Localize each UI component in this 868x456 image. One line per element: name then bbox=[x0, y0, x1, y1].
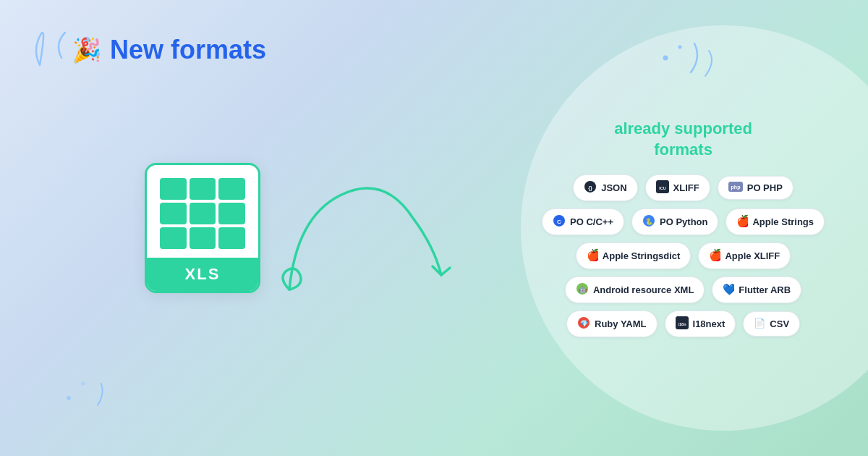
header: 🎉 New formats bbox=[72, 35, 266, 65]
panel-title: already supported formats bbox=[614, 119, 752, 160]
formats-row-4: 🤖 Android resource XML 💙 Flutter ARB bbox=[565, 276, 801, 303]
php-icon: php bbox=[728, 182, 743, 194]
badge-apple-strings: 🍎 Apple Strings bbox=[726, 208, 825, 235]
badge-ruby: 💎 Ruby YAML bbox=[566, 311, 658, 337]
xls-cell bbox=[218, 203, 245, 224]
svg-text:{}: {} bbox=[588, 185, 592, 191]
apple-stringsdict-icon: 🍎 bbox=[587, 248, 598, 263]
badge-android: 🤖 Android resource XML bbox=[565, 276, 705, 303]
badge-po-cpp-label: PO C/C++ bbox=[570, 216, 613, 227]
android-icon: 🤖 bbox=[576, 282, 589, 297]
xls-cell bbox=[160, 178, 187, 200]
svg-text:📄: 📄 bbox=[754, 317, 765, 329]
formats-row-1: {} JSON ICU XLIFF php PO PHP bbox=[573, 174, 793, 201]
badge-po-python-label: PO Python bbox=[660, 216, 707, 227]
badge-po-cpp: C PO C/C++ bbox=[542, 208, 624, 235]
svg-point-5 bbox=[67, 396, 71, 400]
svg-text:i18n: i18n bbox=[678, 322, 686, 326]
xliff-icon: ICU bbox=[656, 180, 669, 195]
xls-cell bbox=[218, 227, 245, 249]
svg-text:🍎: 🍎 bbox=[709, 248, 720, 261]
badge-flutter-label: Flutter ARB bbox=[739, 284, 791, 295]
badge-po-php-label: PO PHP bbox=[747, 182, 783, 193]
xls-cell bbox=[160, 227, 187, 249]
xls-card: XLS bbox=[145, 163, 260, 293]
badge-ruby-label: Ruby YAML bbox=[595, 318, 647, 329]
xls-label: XLS bbox=[147, 258, 258, 291]
right-panel: already supported formats {} JSON ICU XL… bbox=[542, 119, 825, 337]
svg-text:💙: 💙 bbox=[723, 283, 734, 295]
svg-text:C: C bbox=[557, 219, 561, 225]
svg-text:💎: 💎 bbox=[580, 319, 589, 328]
svg-text:🍎: 🍎 bbox=[587, 248, 598, 261]
i18next-icon: i18n bbox=[676, 316, 689, 332]
formats-row-2: C PO C/C++ 🐍 PO Python 🍎 Apple Strings bbox=[542, 208, 825, 235]
xls-cell bbox=[190, 178, 216, 200]
badge-json: {} JSON bbox=[573, 174, 637, 201]
formats-row-5: 💎 Ruby YAML i18n I18next 📄 CSV bbox=[566, 311, 800, 337]
badge-i18next: i18n I18next bbox=[665, 311, 736, 337]
svg-text:🤖: 🤖 bbox=[578, 285, 587, 294]
badge-apple-stringsdict-label: Apple Stringsdict bbox=[603, 250, 681, 261]
csv-icon: 📄 bbox=[754, 317, 765, 331]
page-title: New formats bbox=[110, 35, 266, 65]
svg-text:🐍: 🐍 bbox=[645, 217, 654, 226]
badge-po-php: php PO PHP bbox=[718, 176, 793, 200]
formats-row-3: 🍎 Apple Stringsdict 🍎 Apple XLIFF bbox=[576, 242, 791, 269]
badge-xliff-label: XLIFF bbox=[673, 182, 699, 193]
ruby-icon: 💎 bbox=[577, 316, 590, 332]
badge-apple-xliff: 🍎 Apple XLIFF bbox=[698, 242, 791, 269]
badge-apple-stringsdict: 🍎 Apple Stringsdict bbox=[576, 242, 692, 269]
badge-apple-strings-label: Apple Strings bbox=[752, 216, 814, 227]
badge-po-python: 🐍 PO Python bbox=[631, 208, 718, 235]
svg-text:🍎: 🍎 bbox=[736, 214, 748, 227]
xls-cell bbox=[218, 178, 245, 200]
arrow-svg bbox=[268, 159, 470, 304]
badge-i18next-label: I18next bbox=[693, 318, 726, 329]
cpp-icon: C bbox=[553, 214, 566, 229]
apple-strings-icon: 🍎 bbox=[736, 214, 748, 229]
party-icon: 🎉 bbox=[72, 36, 101, 64]
xls-cell bbox=[160, 203, 187, 224]
json-icon: {} bbox=[584, 180, 597, 195]
svg-text:ICU: ICU bbox=[659, 186, 666, 190]
badge-json-label: JSON bbox=[601, 182, 626, 193]
badge-flutter: 💙 Flutter ARB bbox=[712, 276, 801, 303]
xls-cell bbox=[190, 203, 216, 224]
decor-dots-bottom bbox=[58, 369, 116, 413]
apple-xliff-icon: 🍎 bbox=[709, 248, 720, 263]
xls-cell bbox=[190, 227, 216, 249]
badge-csv: 📄 CSV bbox=[743, 311, 800, 337]
badge-xliff: ICU XLIFF bbox=[645, 174, 710, 201]
formats-grid: {} JSON ICU XLIFF php PO PHP C bbox=[542, 174, 825, 337]
flutter-icon: 💙 bbox=[723, 282, 734, 297]
xls-grid bbox=[147, 165, 258, 258]
badge-apple-xliff-label: Apple XLIFF bbox=[725, 250, 780, 261]
badge-csv-label: CSV bbox=[770, 318, 789, 329]
svg-point-6 bbox=[82, 382, 85, 386]
python-icon: 🐍 bbox=[642, 214, 655, 229]
badge-android-label: Android resource XML bbox=[593, 284, 694, 295]
svg-text:php: php bbox=[731, 185, 740, 191]
